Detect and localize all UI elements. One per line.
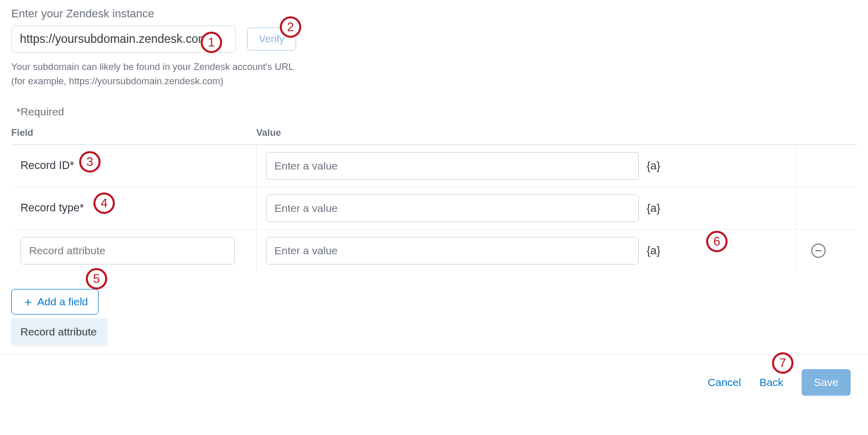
add-field-dropdown-option[interactable]: Record attribute — [11, 319, 107, 345]
instance-url-input[interactable]: https://yoursubdomain.zendesk.com — [11, 26, 236, 53]
cancel-button[interactable]: Cancel — [708, 376, 741, 389]
add-field-label: Add a field — [37, 296, 88, 308]
remove-row-button[interactable] — [811, 244, 826, 258]
instance-label: Enter your Zendesk instance — [11, 7, 857, 20]
add-field-button[interactable]: ＋ Add a field — [11, 289, 99, 315]
instance-hint: Your subdomain can likely be found in yo… — [11, 60, 857, 88]
field-label-record-type: Record type* — [11, 187, 256, 229]
token-button[interactable]: {a} — [647, 159, 661, 173]
plus-icon: ＋ — [22, 296, 34, 308]
token-button[interactable]: {a} — [647, 244, 661, 257]
col-field-header: Field — [11, 127, 256, 145]
token-button[interactable]: {a} — [647, 202, 661, 215]
back-button[interactable]: Back — [759, 376, 783, 389]
verify-button[interactable]: Verify — [247, 28, 296, 51]
instance-hint-line2: (for example, https://yoursubdomain.zend… — [11, 76, 223, 86]
value-input-record-attribute[interactable] — [266, 237, 639, 264]
required-label: *Required — [16, 106, 857, 118]
instance-hint-line1: Your subdomain can likely be found in yo… — [11, 61, 294, 72]
field-label-input-record-attribute[interactable] — [20, 237, 235, 264]
col-value-header: Value — [256, 127, 795, 145]
fields-table: Field Value Record ID* {a} Record type* … — [11, 127, 857, 272]
col-remove-header — [795, 127, 857, 145]
value-input-record-type[interactable] — [266, 195, 639, 222]
field-label-record-id: Record ID* — [11, 144, 256, 187]
save-button[interactable]: Save — [802, 369, 851, 396]
value-input-record-id[interactable] — [266, 152, 639, 180]
